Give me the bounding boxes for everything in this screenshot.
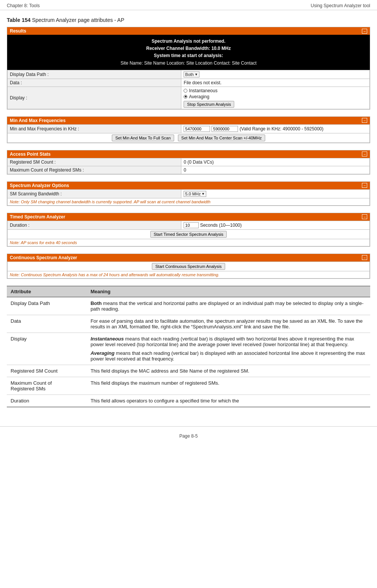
both-dropdown[interactable]: Both ▼ <box>184 71 199 77</box>
meaning-display-instantaneous: Instantaneous means that each reading (v… <box>91 336 366 347</box>
display-data-path-row: Display Data Path : Both ▼ <box>8 70 370 79</box>
timed-note-row: Note: AP scans for extra 40 seconds <box>8 239 370 246</box>
min-max-buttons-cell: Set Min And Max To Full Scan Set Min And… <box>8 133 370 142</box>
data-value: File does not exist. <box>181 79 370 87</box>
attr-table-header-row: Attribute Meaning <box>7 286 370 297</box>
attr-registered-sm: Registered SM Count <box>7 365 87 377</box>
max-freq-input[interactable] <box>212 126 238 132</box>
meaning-display: Instantaneous means that each reading (v… <box>87 333 370 365</box>
bw-value-label: 5.0 MHz <box>185 192 201 196</box>
attr-row-display-data-path: Display Data Path Both means that the ve… <box>7 297 370 315</box>
spectrum-options-minimize-btn[interactable]: – <box>362 183 367 188</box>
meaning-data: For ease of parsing data and to facilita… <box>87 315 370 333</box>
attr-max-registered-sms: Maximum Count of Registered SMs <box>7 377 87 395</box>
both-label: Both <box>185 72 194 77</box>
display-label: Display : <box>8 87 181 109</box>
page-number: Page 8-5 <box>179 433 198 439</box>
min-max-minimize-btn[interactable]: – <box>362 118 367 123</box>
screen-line-1: Spectrum Analysis not performed. <box>11 38 366 45</box>
sm-scanning-bw-label: SM Scanning Bandwidth : <box>8 189 181 198</box>
results-panel: Results – Spectrum Analysis not performe… <box>7 27 370 110</box>
max-registered-sms-label: Maximum Count of Registered SMs : <box>8 166 181 174</box>
duration-row: Duration : Seconds (10—1000) <box>8 221 370 229</box>
attr-row-duration: Duration This field allows operators to … <box>7 395 370 407</box>
averaging-radio-item[interactable]: Averaging <box>184 94 367 99</box>
results-screen: Spectrum Analysis not performed. Receive… <box>7 35 370 70</box>
min-max-values: (Valid Range in KHz: 4900000 - 5925000) <box>181 124 370 133</box>
meaning-col-header: Meaning <box>87 286 370 297</box>
duration-label: Duration : <box>8 221 181 229</box>
averaging-label: Averaging <box>189 94 209 99</box>
max-registered-sms-value: 0 <box>181 166 370 174</box>
continuous-note-row: Note: Continuous Spectrum Analysis has a… <box>8 271 370 278</box>
duration-value: Seconds (10—1000) <box>181 221 370 229</box>
registered-sm-count-row: Registered SM Count : 0 (0 Data VCs) <box>8 158 370 166</box>
instantaneous-radio-item[interactable]: Instantaneous <box>184 88 367 93</box>
attr-row-max-registered-sms: Maximum Count of Registered SMs This fie… <box>7 377 370 395</box>
sm-scanning-bw-value: 5.0 MHz ▼ <box>181 189 370 198</box>
meaning-registered-sm: This field displays the MAC address and … <box>87 365 370 377</box>
attribute-table: Attribute Meaning Display Data Path Both… <box>7 286 370 407</box>
instantaneous-radio-icon <box>184 89 187 93</box>
max-registered-sms-row: Maximum Count of Registered SMs : 0 <box>8 166 370 174</box>
timed-minimize-btn[interactable]: – <box>362 214 367 219</box>
start-timed-btn[interactable]: Start Timed Sector Spectrum Analysis <box>150 231 227 238</box>
results-minimize-btn[interactable]: – <box>362 29 367 34</box>
both-bold: Both <box>91 300 102 306</box>
timed-button-cell: Start Timed Sector Spectrum Analysis <box>8 229 370 239</box>
timed-button-row: Start Timed Sector Spectrum Analysis <box>8 229 370 239</box>
ap-stats-header: Access Point Stats – <box>7 150 370 158</box>
attr-duration: Duration <box>7 395 87 407</box>
display-value: Instantaneous Averaging Stop Spectrum An… <box>181 87 370 109</box>
screen-line-4: Site Name: Site Name Location: Site Loca… <box>11 60 366 67</box>
attr-data: Data <box>7 315 87 333</box>
attr-display: Display <box>7 333 87 365</box>
results-table: Display Data Path : Both ▼ Data : File d… <box>7 70 370 109</box>
set-center-scan-btn[interactable]: Set Min And Max To Center Scan +/-40MHz <box>178 135 265 141</box>
screen-line-3: System time at start of analysis: <box>11 52 366 59</box>
continuous-spectrum-header: Continuous Spectrum Analyzer – <box>7 254 370 262</box>
range-text: (Valid Range in KHz: 4900000 - 5925000) <box>239 126 323 132</box>
sm-scanning-bw-row: SM Scanning Bandwidth : 5.0 MHz ▼ <box>8 189 370 198</box>
screen-line-2: Receiver Channel Bandwidth: 10.0 MHz <box>11 45 366 52</box>
attr-row-display: Display Instantaneous means that each re… <box>7 333 370 365</box>
stop-spectrum-btn[interactable]: Stop Spectrum Analysis <box>184 101 234 108</box>
spectrum-options-table: SM Scanning Bandwidth : 5.0 MHz ▼ Note: … <box>7 189 370 206</box>
averaging-radio-icon <box>184 95 187 99</box>
duration-unit: Seconds (10—1000) <box>200 223 242 228</box>
attr-col-header: Attribute <box>7 286 87 297</box>
ap-stats-table: Registered SM Count : 0 (0 Data VCs) Max… <box>7 158 370 174</box>
min-freq-input[interactable] <box>184 126 210 132</box>
registered-sm-count-value: 0 (0 Data VCs) <box>181 158 370 166</box>
spectrum-options-note: Note: Only SM changing channel bandwidth… <box>8 198 370 205</box>
meaning-duration: This field allows operators to configure… <box>87 395 370 407</box>
meaning-display-data-path: Both means that the vertical and horizon… <box>87 297 370 315</box>
meaning-display-data-path-rest: means that the vertical and horizontal p… <box>91 300 364 312</box>
bw-dropdown[interactable]: 5.0 MHz ▼ <box>184 191 206 197</box>
continuous-spectrum-panel: Continuous Spectrum Analyzer – Start Con… <box>7 254 370 279</box>
min-max-panel: Min And Max Frequencies – Min and Max Fr… <box>7 116 370 143</box>
start-continuous-btn[interactable]: Start Continuous Spectrum Analysis <box>152 263 225 270</box>
continuous-button-cell: Start Continuous Spectrum Analysis <box>8 262 370 271</box>
attr-row-data: Data For ease of parsing data and to fac… <box>7 315 370 333</box>
ap-stats-minimize-btn[interactable]: – <box>362 152 367 156</box>
spectrum-options-note-row: Note: Only SM changing channel bandwidth… <box>8 198 370 205</box>
min-max-buttons-row: Set Min And Max To Full Scan Set Min And… <box>8 133 370 142</box>
display-data-path-value: Both ▼ <box>181 70 370 79</box>
spectrum-options-header: Spectrum Analyzer Options – <box>7 182 370 189</box>
attr-row-registered-sm: Registered SM Count This field displays … <box>7 365 370 377</box>
chapter-header: Chapter 8: Tools <box>7 3 40 8</box>
table-title: Table 154 Spectrum Analyzer page attribu… <box>7 17 370 23</box>
results-header: Results – <box>7 27 370 35</box>
dropdown-arrow-icon: ▼ <box>195 73 198 76</box>
display-data-path-label: Display Data Path : <box>8 70 181 79</box>
set-full-scan-btn[interactable]: Set Min And Max To Full Scan <box>112 135 174 141</box>
spectrum-options-panel: Spectrum Analyzer Options – SM Scanning … <box>7 181 370 206</box>
continuous-table: Start Continuous Spectrum Analysis Note:… <box>7 262 370 279</box>
min-max-header: Min And Max Frequencies – <box>7 117 370 124</box>
duration-input[interactable] <box>184 222 199 228</box>
ap-stats-panel: Access Point Stats – Registered SM Count… <box>7 150 370 175</box>
section-header: Using Spectrum Analyzer tool <box>311 3 370 8</box>
continuous-minimize-btn[interactable]: – <box>362 255 367 260</box>
meaning-max-registered-sms: This field displays the maximum number o… <box>87 377 370 395</box>
